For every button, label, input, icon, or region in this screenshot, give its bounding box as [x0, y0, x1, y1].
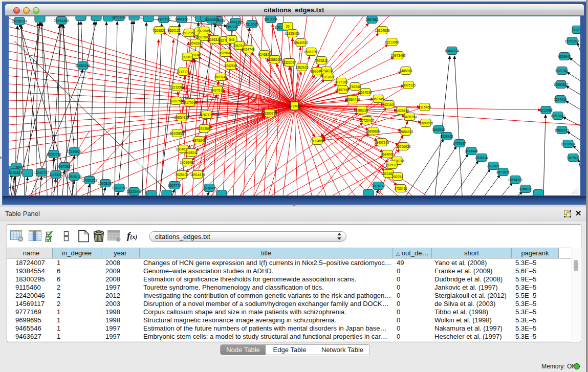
- svg-text:18640910: 18640910: [294, 41, 309, 45]
- svg-text:11325419: 11325419: [285, 32, 300, 35]
- svg-text:252254: 252254: [392, 175, 403, 179]
- svg-text:17010504: 17010504: [561, 142, 576, 146]
- svg-text:8938923: 8938923: [440, 135, 453, 138]
- svg-text:24055724: 24055724: [12, 19, 27, 23]
- svg-text:9474444: 9474444: [465, 149, 478, 153]
- svg-text:10654122: 10654122: [508, 178, 523, 182]
- svg-text:6479197: 6479197: [453, 142, 466, 145]
- svg-text:3875645: 3875645: [219, 51, 232, 55]
- svg-text:1167533: 1167533: [567, 156, 580, 160]
- svg-text:15751074: 15751074: [565, 39, 580, 43]
- svg-text:3624534: 3624534: [359, 91, 372, 94]
- svg-text:13975115: 13975115: [401, 83, 416, 87]
- svg-text:7625402: 7625402: [175, 173, 188, 177]
- svg-text:16914479: 16914479: [190, 173, 205, 177]
- svg-text:10720407: 10720407: [360, 119, 375, 122]
- svg-text:111234: 111234: [572, 28, 580, 32]
- svg-text:14099481: 14099481: [180, 161, 195, 164]
- svg-text:26: 26: [286, 25, 290, 28]
- svg-text:1615112: 1615112: [386, 163, 399, 167]
- svg-text:17957253: 17957253: [82, 179, 97, 182]
- svg-text:9777169: 9777169: [335, 80, 348, 84]
- svg-text:13716485: 13716485: [202, 186, 217, 190]
- svg-text:6497563: 6497563: [336, 88, 350, 92]
- svg-text:13495754: 13495754: [402, 115, 417, 119]
- svg-text:16210643: 16210643: [551, 114, 565, 118]
- svg-text:1145191: 1145191: [50, 173, 62, 177]
- svg-text:20206578: 20206578: [47, 152, 61, 156]
- svg-text:9498242: 9498242: [185, 151, 198, 155]
- svg-text:1010755: 1010755: [169, 99, 183, 103]
- svg-text:3878342: 3878342: [192, 139, 206, 142]
- svg-text:9684007: 9684007: [381, 152, 394, 156]
- svg-text:20691406: 20691406: [54, 19, 69, 23]
- svg-text:98901: 98901: [183, 55, 192, 59]
- svg-text:2603144: 2603144: [214, 75, 227, 79]
- svg-text:8813054: 8813054: [264, 17, 277, 21]
- svg-text:62160: 62160: [384, 103, 394, 106]
- svg-text:2718170: 2718170: [177, 70, 190, 74]
- svg-text:1362615: 1362615: [295, 65, 309, 69]
- svg-text:20364416: 20364416: [345, 98, 360, 101]
- svg-text:10973493: 10973493: [391, 54, 406, 57]
- svg-text:7663822: 7663822: [153, 29, 166, 32]
- svg-text:1640954: 1640954: [432, 128, 445, 132]
- svg-text:10688609: 10688609: [366, 129, 381, 133]
- svg-text:12323446: 12323446: [127, 190, 142, 193]
- svg-text:13654923: 13654923: [399, 130, 413, 134]
- svg-text:1733426: 1733426: [394, 187, 407, 190]
- svg-text:8471676: 8471676: [496, 170, 510, 174]
- svg-text:9245032: 9245032: [519, 187, 532, 191]
- svg-text:1322037: 1322037: [283, 61, 296, 64]
- svg-text:7955812: 7955812: [315, 59, 328, 62]
- svg-text:2387682: 2387682: [365, 18, 379, 21]
- svg-text:14136141: 14136141: [371, 184, 386, 188]
- svg-text:8267130: 8267130: [200, 113, 213, 117]
- svg-text:20756928: 20756928: [396, 145, 411, 148]
- svg-text:15300273: 15300273: [263, 112, 277, 115]
- svg-text:6794024: 6794024: [320, 69, 333, 73]
- svg-text:10958107: 10958107: [98, 182, 113, 185]
- svg-text:12093822: 12093822: [554, 83, 569, 86]
- svg-text:10653267: 10653267: [112, 16, 127, 19]
- svg-text:16033809: 16033809: [205, 18, 220, 21]
- svg-text:8912954: 8912954: [182, 31, 195, 35]
- svg-text:16961758: 16961758: [304, 50, 319, 54]
- svg-text:23226058: 23226058: [197, 29, 212, 33]
- svg-text:1588520: 1588520: [268, 58, 281, 61]
- svg-text:2935114: 2935114: [475, 156, 488, 160]
- svg-text:10507457: 10507457: [371, 97, 386, 101]
- svg-text:18407249: 18407249: [375, 141, 389, 144]
- svg-text:546: 546: [229, 38, 235, 41]
- svg-text:12342737: 12342737: [34, 171, 49, 174]
- svg-text:17359924: 17359924: [67, 150, 82, 154]
- svg-text:417006: 417006: [184, 101, 195, 104]
- svg-text:7632021: 7632021: [487, 164, 500, 168]
- svg-text:9657774: 9657774: [168, 184, 181, 187]
- svg-text:12353594: 12353594: [197, 127, 212, 130]
- svg-text:10025458: 10025458: [395, 109, 409, 113]
- svg-text:16154808: 16154808: [375, 29, 390, 32]
- svg-text:19166827: 19166827: [170, 132, 185, 135]
- svg-text:9329946: 9329946: [558, 55, 571, 58]
- svg-text:6466160: 6466160: [175, 17, 188, 21]
- svg-text:20053346: 20053346: [76, 64, 91, 68]
- svg-text:12213967: 12213967: [385, 40, 400, 44]
- svg-text:18724007: 18724007: [287, 104, 302, 108]
- svg-text:8215958: 8215958: [539, 108, 553, 112]
- svg-text:7485063: 7485063: [399, 69, 412, 73]
- svg-text:10782759: 10782759: [112, 186, 127, 190]
- svg-text:1244419: 1244419: [554, 98, 567, 101]
- svg-text:8660123: 8660123: [167, 29, 181, 32]
- svg-text:7357274: 7357274: [225, 25, 238, 29]
- svg-text:746246: 746246: [350, 85, 361, 89]
- svg-text:16648784: 16648784: [445, 49, 460, 53]
- svg-text:9146821: 9146821: [258, 53, 271, 56]
- svg-text:8454749: 8454749: [242, 48, 255, 51]
- svg-text:1321022: 1321022: [321, 75, 335, 79]
- svg-text:8427512: 8427512: [211, 89, 224, 92]
- svg-text:9115460: 9115460: [419, 105, 431, 109]
- svg-text:15692971: 15692971: [555, 128, 570, 132]
- svg-text:7515525: 7515525: [245, 23, 258, 26]
- svg-text:1327602: 1327602: [157, 17, 170, 21]
